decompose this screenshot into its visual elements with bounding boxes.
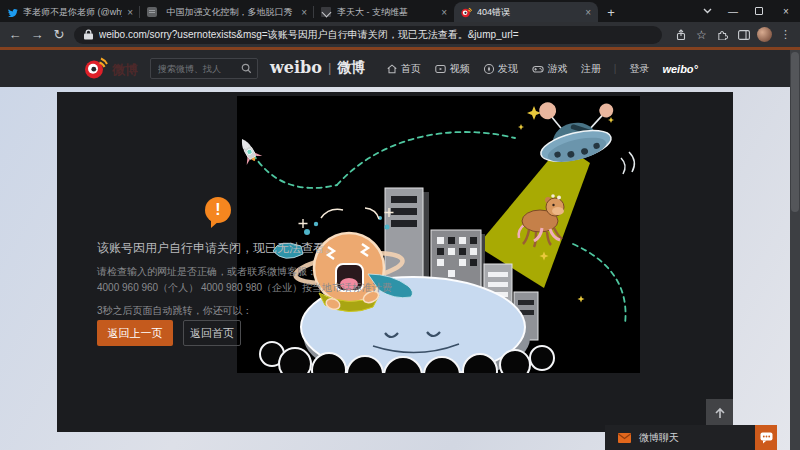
- close-window-button[interactable]: ×: [772, 0, 800, 22]
- tab-close-icon[interactable]: ×: [301, 7, 307, 18]
- forward-button[interactable]: →: [26, 22, 48, 47]
- home-icon: [386, 63, 398, 75]
- address-bar[interactable]: weibo.com/sorry?usernotexists&msg=该账号因用户…: [74, 26, 662, 44]
- search-input[interactable]: [151, 64, 241, 74]
- nav-home[interactable]: 首页: [386, 62, 421, 76]
- tab-title: 李老师不是你老师 (@whyyouto: [23, 6, 122, 19]
- scroll-to-top-button[interactable]: [706, 399, 733, 426]
- nav-game[interactable]: 游戏: [531, 62, 568, 76]
- weibo-nav: 首页 视频 发现 游戏 注册 | 登录 weibo°: [386, 50, 698, 87]
- game-controller-icon: [531, 63, 545, 75]
- chat-bubble-icon: [760, 432, 773, 444]
- tab-title: 李天大 - 支纳维基: [337, 6, 436, 19]
- twitter-icon: [7, 7, 18, 18]
- tab-close-icon[interactable]: ×: [585, 7, 591, 18]
- bookmark-star-icon[interactable]: ☆: [691, 28, 712, 42]
- tab-weibo-404[interactable]: 404错误 ×: [454, 2, 598, 22]
- chat-label: 微博聊天: [639, 431, 679, 445]
- tab-search-chevron-icon[interactable]: [694, 0, 720, 22]
- new-tab-button[interactable]: +: [598, 2, 624, 22]
- video-icon: [434, 63, 447, 75]
- wiki-site-icon: [321, 7, 332, 18]
- back-to-previous-button[interactable]: 返回上一页: [97, 320, 173, 346]
- register-link[interactable]: 注册: [581, 62, 601, 76]
- minimize-button[interactable]: —: [720, 0, 746, 22]
- login-link[interactable]: 登录: [629, 62, 649, 76]
- tab-close-icon[interactable]: ×: [127, 7, 133, 18]
- browser-toolbar: ← → ↻ weibo.com/sorry?usernotexists&msg=…: [0, 22, 800, 47]
- search-icon: [241, 63, 252, 74]
- maximize-icon: [755, 7, 763, 15]
- error-illustration: [237, 96, 640, 373]
- scrollbar-thumb[interactable]: [791, 52, 799, 212]
- up-arrow-icon: [713, 406, 727, 420]
- tab-title: 404错误: [477, 6, 580, 19]
- search-box[interactable]: [150, 58, 258, 79]
- extensions-puzzle-icon[interactable]: [712, 29, 733, 40]
- weibo-chat-bar[interactable]: 微博聊天: [605, 425, 755, 450]
- chat-bubble-button[interactable]: [755, 425, 777, 450]
- error-title: 该账号因用户自行申请关闭，现已无法查看。: [97, 240, 397, 257]
- weibo-favicon: [461, 7, 472, 18]
- discover-compass-icon: [483, 63, 495, 75]
- weibo-logo-icon[interactable]: [84, 56, 108, 80]
- lock-icon: [84, 29, 93, 40]
- tab-title: 中国加强文化控制，多地脱口秀: [163, 6, 296, 19]
- url-text: weibo.com/sorry?usernotexists&msg=该账号因用户…: [99, 28, 519, 42]
- tab-close-icon[interactable]: ×: [441, 7, 447, 18]
- back-to-home-button[interactable]: 返回首页: [183, 320, 241, 346]
- nav-video[interactable]: 视频: [434, 62, 470, 76]
- news-site-icon: [147, 7, 158, 18]
- tab-twitter[interactable]: 李老师不是你老师 (@whyyouto ×: [0, 2, 140, 22]
- logo-ghost-text: 微博: [112, 61, 138, 79]
- page-scrollbar[interactable]: [790, 50, 800, 450]
- warning-icon: !: [205, 197, 231, 223]
- tab-wiki[interactable]: 李天大 - 支纳维基 ×: [314, 2, 454, 22]
- menu-kebab-icon[interactable]: ⋮: [775, 28, 796, 41]
- error-hint-2: 4000 960 960（个人） 4000 980 980（企业）按当地市话标准…: [97, 281, 392, 295]
- back-button[interactable]: ←: [4, 22, 26, 47]
- nav-divider: |: [614, 63, 617, 74]
- maximize-button[interactable]: [746, 0, 772, 22]
- wordmark-divider: |: [328, 60, 331, 75]
- reload-button[interactable]: ↻: [48, 22, 70, 47]
- wordmark-cn: 微博: [337, 59, 365, 77]
- weibo-header: 微博 weibo | 微博 首页 视频 发现: [0, 50, 800, 87]
- side-panel-icon[interactable]: [733, 30, 754, 40]
- error-redirect-note: 3秒之后页面自动跳转，你还可以：: [97, 304, 253, 318]
- profile-avatar[interactable]: [757, 27, 772, 42]
- tab-strip: 李老师不是你老师 (@whyyouto × 中国加强文化控制，多地脱口秀 × 李…: [0, 0, 800, 22]
- error-hint-1: 请检查输入的网址是否正确，或者联系微博客服：: [97, 265, 317, 279]
- wordmark-en: weibo: [270, 58, 322, 77]
- weibo-wordmark: weibo | 微博: [270, 58, 365, 77]
- share-icon[interactable]: [670, 29, 691, 41]
- browser-window: 李老师不是你老师 (@whyyouto × 中国加强文化控制，多地脱口秀 × 李…: [0, 0, 800, 450]
- nav-discover[interactable]: 发现: [483, 62, 518, 76]
- tab-news[interactable]: 中国加强文化控制，多地脱口秀 ×: [140, 2, 314, 22]
- envelope-icon: [618, 433, 631, 443]
- weibo-brand-mark[interactable]: weibo°: [662, 63, 698, 75]
